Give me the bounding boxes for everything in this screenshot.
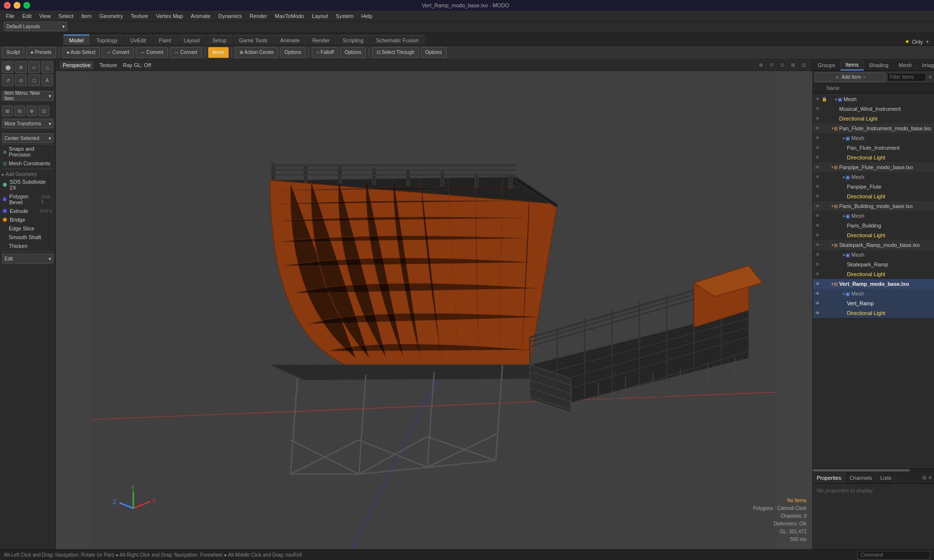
mesh-constraints-item[interactable]: ⊟ Mesh Constraints	[0, 159, 55, 168]
tab-topology[interactable]: Topology	[90, 35, 124, 45]
menu-maxtomodo[interactable]: MaxToModo	[271, 12, 308, 20]
add-item-button[interactable]: ＋ Add Item ▾	[815, 72, 885, 82]
viewport-canvas[interactable]: X Y Z No Items Polygons : Catmull-Clark …	[56, 71, 812, 549]
item-menu-dropdown[interactable]: Item Menu: New Item▾	[2, 91, 54, 101]
tab-layout[interactable]: Layout	[178, 35, 206, 45]
tree-row-vert-ramp-item: 👁 Vert_Ramp	[813, 298, 934, 308]
rtab-items[interactable]: Items	[841, 59, 864, 70]
viewport-icon-rotate[interactable]: ↺	[767, 60, 776, 70]
sculpt-button[interactable]: Sculpt	[2, 47, 24, 58]
maximize-button[interactable]: +	[23, 2, 30, 9]
auto-select-button[interactable]: ● Auto Select	[62, 47, 100, 58]
tab-setup[interactable]: Setup	[207, 35, 233, 45]
layout-dropdown[interactable]: Default Layouts ▾	[4, 21, 67, 31]
add-tab-button[interactable]: ＋	[925, 38, 930, 45]
rtab-shading[interactable]: Shading	[864, 59, 894, 70]
viewport[interactable]: Perspective Texture Ray GL: Off ⊕ ↺ ⊙ ⊞ …	[56, 59, 812, 549]
tool-icon-3[interactable]: ▱	[28, 61, 40, 73]
menu-dynamics[interactable]: Dynamics	[215, 12, 246, 20]
viewport-icon-more[interactable]: ⊡	[799, 60, 808, 70]
menu-help[interactable]: Help	[358, 12, 377, 20]
menu-view[interactable]: View	[36, 12, 55, 20]
edge-slice-item[interactable]: Edge Slice	[0, 224, 55, 233]
extrude-item[interactable]: Extrude Shift-X	[0, 207, 55, 215]
menu-layout[interactable]: Layout	[308, 12, 332, 20]
menu-item[interactable]: Item	[77, 12, 95, 20]
transform-icon-4[interactable]: ⊡	[38, 105, 49, 116]
convert-button-2[interactable]: ↔ Convert	[136, 47, 168, 58]
rtab-groups[interactable]: Groups	[813, 59, 841, 70]
props-close-icon[interactable]: ✕	[928, 475, 932, 480]
minimize-button[interactable]: −	[14, 2, 20, 9]
convert-button-3[interactable]: ↔ Convert	[170, 47, 202, 58]
filter-close-icon[interactable]: ✕	[928, 74, 932, 80]
menu-geometry[interactable]: Geometry	[95, 12, 126, 20]
menu-animate[interactable]: Animate	[187, 12, 214, 20]
snaps-precision-item[interactable]: ⊕ Snaps and Precision	[0, 144, 55, 159]
filter-items-input[interactable]	[887, 73, 926, 82]
presets-button[interactable]: ●Presets	[26, 47, 56, 58]
tab-render[interactable]: Render	[306, 35, 336, 45]
tool-icon-2[interactable]: ⊕	[15, 61, 27, 73]
no-items-label: No Items	[753, 497, 807, 505]
scene-tree[interactable]: 👁 🔒 ▸ ▣ Mesh 👁 Musical_Wind_Instrument 👁…	[813, 93, 934, 469]
bridge-item[interactable]: Bridge	[0, 215, 55, 224]
viewport-icon-zoom[interactable]: ⊙	[777, 60, 787, 70]
menu-render[interactable]: Render	[246, 12, 271, 20]
sds-subdivide-item[interactable]: SDS Subdivide 2X	[0, 177, 55, 192]
falloff-options-button[interactable]: Options	[340, 47, 365, 58]
rtab-mesh[interactable]: Mesh	[894, 59, 917, 70]
tool-icon-5[interactable]: ↺	[2, 74, 14, 86]
viewport-icon-settings[interactable]: ⊕	[756, 60, 766, 70]
tab-scripting[interactable]: Scripting	[337, 35, 370, 45]
menu-edit[interactable]: Edit	[18, 12, 36, 20]
tab-paint[interactable]: Paint	[153, 35, 177, 45]
tool-icon-7[interactable]: ⬡	[28, 74, 40, 86]
center-selected-dropdown[interactable]: Center Selected▾	[2, 133, 54, 143]
select-through-button[interactable]: ⊡ Select Through	[372, 47, 419, 58]
thicken-item[interactable]: Thicken	[0, 242, 55, 250]
ptab-channels[interactable]: Channels	[845, 472, 876, 483]
tab-animate[interactable]: Animate	[274, 35, 306, 45]
transform-icon-1[interactable]: ⊞	[2, 105, 13, 116]
viewport-texture-label[interactable]: Texture	[99, 62, 117, 68]
tool-icon-8[interactable]: A	[41, 74, 53, 86]
menu-select[interactable]: Select	[54, 12, 77, 20]
close-button[interactable]: ✕	[4, 2, 11, 9]
tool-icon-1[interactable]: ⬤	[2, 61, 14, 73]
polygon-bevel-item[interactable]: Polygon Bevel Shift-B	[0, 192, 55, 207]
command-input[interactable]	[857, 551, 930, 560]
falloff-button[interactable]: ○ Falloff	[312, 47, 338, 58]
tab-model[interactable]: Model	[63, 35, 90, 45]
action-options-button[interactable]: Options	[280, 47, 305, 58]
eye-musical-wind[interactable]: 👁	[814, 105, 821, 112]
menu-texture[interactable]: Texture	[127, 12, 152, 20]
viewport-icon-grid[interactable]: ⊞	[788, 60, 798, 70]
viewport-mode-label[interactable]: Perspective	[60, 61, 93, 69]
transform-icon-2[interactable]: ⊟	[14, 105, 25, 116]
viewport-raygl-label[interactable]: Ray GL: Off	[123, 62, 151, 68]
st-options-button[interactable]: Options	[421, 47, 446, 58]
tab-schematic-fusion[interactable]: Schematic Fusion	[370, 35, 425, 45]
menu-system[interactable]: System	[332, 12, 358, 20]
tool-icon-6[interactable]: ⊙	[15, 74, 27, 86]
ptab-lists[interactable]: Lists	[877, 472, 896, 483]
menu-file[interactable]: File	[2, 12, 18, 20]
smooth-shaft-item[interactable]: Smooth Shaft	[0, 233, 55, 242]
menu-vertex-map[interactable]: Vertex Map	[152, 12, 187, 20]
transform-icon-3[interactable]: ⊕	[26, 105, 37, 116]
lock-musical-wind[interactable]	[821, 105, 827, 112]
tool-icon-4[interactable]: △	[41, 61, 53, 73]
props-expand-icon[interactable]: ⊞	[922, 475, 926, 480]
edit-dropdown[interactable]: Edit▾	[2, 254, 54, 263]
action-center-button[interactable]: ⊕ Action Center	[235, 47, 278, 58]
eye-musical[interactable]: 👁	[814, 96, 821, 103]
convert-button-1[interactable]: ↔ Convert	[102, 47, 134, 58]
ptab-properties[interactable]: Properties	[813, 472, 845, 483]
items-button[interactable]: Items	[208, 47, 229, 58]
lock-musical[interactable]: 🔒	[821, 96, 827, 103]
more-transforms-dropdown[interactable]: More Transforms▾	[2, 119, 54, 128]
tab-game-tools[interactable]: Game Tools	[233, 35, 274, 45]
tab-uvedit[interactable]: UvEdit	[125, 35, 152, 45]
rtab-images[interactable]: Images	[917, 59, 934, 70]
